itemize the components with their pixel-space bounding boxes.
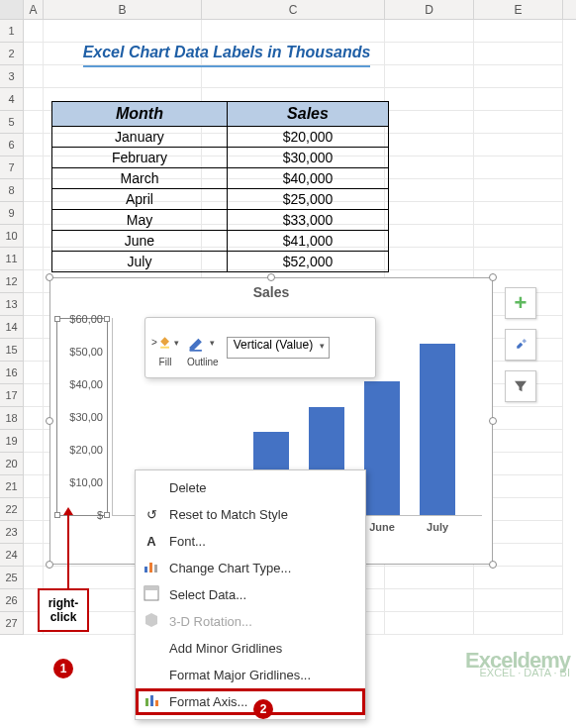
row-header[interactable]: 14 <box>0 316 24 339</box>
yaxis-tick: $30,00 <box>69 411 103 423</box>
chart-side-buttons: + <box>505 287 536 412</box>
bar-june[interactable] <box>364 381 400 515</box>
column-headers: A B C D E <box>0 0 576 20</box>
row-header[interactable]: 25 <box>0 567 24 589</box>
row-header[interactable]: 8 <box>0 179 24 202</box>
row-header[interactable]: 22 <box>0 498 24 521</box>
select-all-cell[interactable] <box>0 0 24 19</box>
resize-handle[interactable] <box>267 273 275 281</box>
row-header[interactable]: 24 <box>0 544 24 567</box>
menu-3d-rotation: 3-D Rotation... <box>136 608 365 635</box>
step-badge-2: 2 <box>253 699 273 719</box>
chart-styles-button[interactable] <box>505 329 536 361</box>
outline-button[interactable]: Outline <box>187 329 219 367</box>
data-table: Month Sales January$20,000 February$30,0… <box>51 101 389 272</box>
row-header[interactable]: 9 <box>0 202 24 225</box>
chart-filter-button[interactable] <box>505 370 536 402</box>
col-header-a[interactable]: A <box>24 0 44 19</box>
resize-handle[interactable] <box>46 273 53 281</box>
row-header[interactable]: 13 <box>0 293 24 316</box>
table-row: March$40,000 <box>52 168 389 189</box>
col-header-e[interactable]: E <box>474 0 563 19</box>
menu-reset-style[interactable]: ↺ Reset to Match Style <box>136 501 365 528</box>
svg-rect-1 <box>190 350 202 352</box>
fill-button[interactable]: > Fill <box>151 329 179 367</box>
axis-handle[interactable] <box>54 316 60 322</box>
axis-handle[interactable] <box>104 316 110 322</box>
row-header[interactable]: 10 <box>0 225 24 248</box>
svg-rect-0 <box>160 346 169 348</box>
svg-rect-8 <box>150 695 153 706</box>
row-header[interactable]: 15 <box>0 339 24 362</box>
table-row: July$52,000 <box>52 252 389 272</box>
step-badge-1: 1 <box>53 659 73 678</box>
menu-add-minor-gridlines[interactable]: Add Minor Gridlines <box>136 635 365 662</box>
row-header[interactable]: 5 <box>0 111 24 134</box>
chart-elements-button[interactable]: + <box>505 287 536 319</box>
row-header[interactable]: 2 <box>0 43 24 65</box>
row-header[interactable]: 3 <box>0 65 24 88</box>
row-header[interactable]: 18 <box>0 407 24 430</box>
brush-icon <box>512 336 529 354</box>
table-row: January$20,000 <box>52 127 389 148</box>
vertical-value-axis[interactable]: $60,00 $50,00 $40,00 $30,00 $20,00 $10,0… <box>56 318 108 516</box>
chart-title[interactable]: Sales <box>50 278 492 300</box>
fill-label: Fill <box>151 357 179 367</box>
reset-icon: ↺ <box>142 507 161 522</box>
svg-rect-2 <box>144 567 147 572</box>
annotation-arrow <box>67 515 69 588</box>
xaxis-tick: July <box>414 521 461 533</box>
context-menu: Delete ↺ Reset to Match Style A Font... … <box>135 469 366 720</box>
resize-handle[interactable] <box>46 561 53 569</box>
mini-toolbar: > Fill Outline Vertical (Value) <box>144 317 376 378</box>
col-header-d[interactable]: D <box>385 0 474 19</box>
row-header[interactable]: 4 <box>0 88 24 111</box>
axis-selector-dropdown[interactable]: Vertical (Value) <box>227 337 330 359</box>
resize-handle[interactable] <box>46 417 53 425</box>
resize-handle[interactable] <box>489 273 497 281</box>
resize-handle[interactable] <box>489 417 497 425</box>
pen-icon <box>187 329 215 357</box>
row-header[interactable]: 11 <box>0 248 24 270</box>
callout-line2: click <box>50 610 77 624</box>
watermark-tag: EXCEL · DATA · BI <box>465 667 570 678</box>
row-header[interactable]: 12 <box>0 270 24 293</box>
table-row: April$25,000 <box>52 189 389 210</box>
menu-delete[interactable]: Delete <box>136 474 365 501</box>
yaxis-tick: $50,00 <box>69 346 103 358</box>
header-month[interactable]: Month <box>52 102 228 127</box>
resize-handle[interactable] <box>489 561 497 569</box>
col-header-c[interactable]: C <box>202 0 385 19</box>
outline-label: Outline <box>187 357 219 367</box>
axis-handle[interactable] <box>54 512 60 518</box>
select-data-icon <box>142 585 161 604</box>
menu-select-data[interactable]: Select Data... <box>136 581 365 608</box>
yaxis-tick: $10,00 <box>69 476 103 488</box>
table-row: June$41,000 <box>52 231 389 252</box>
page-title-wrap: Excel Chart Data Labels in Thousands <box>63 44 390 67</box>
row-header[interactable]: 26 <box>0 589 24 612</box>
menu-format-major-gridlines[interactable]: Format Major Gridlines... <box>136 662 365 688</box>
watermark: Exceldemy EXCEL · DATA · BI <box>465 655 570 678</box>
row-header[interactable]: 7 <box>0 156 24 179</box>
row-header[interactable]: 19 <box>0 430 24 453</box>
row-header[interactable]: 17 <box>0 384 24 407</box>
row-header[interactable]: 6 <box>0 134 24 156</box>
row-header[interactable]: 27 <box>0 612 24 635</box>
yaxis-tick: $60,00 <box>69 313 103 325</box>
yaxis-tick: $ <box>97 509 103 521</box>
row-header[interactable]: 1 <box>0 20 24 43</box>
axis-handle[interactable] <box>104 512 110 518</box>
row-header[interactable]: 21 <box>0 475 24 498</box>
row-header[interactable]: 20 <box>0 453 24 475</box>
row-header[interactable]: 23 <box>0 521 24 544</box>
bar-july[interactable] <box>420 344 455 515</box>
row-header[interactable]: 16 <box>0 362 24 384</box>
yaxis-tick: $20,00 <box>69 444 103 456</box>
axis-selector-value: Vertical (Value) <box>234 338 313 352</box>
menu-font[interactable]: A Font... <box>136 528 365 555</box>
menu-change-chart-type[interactable]: Change Chart Type... <box>136 555 365 581</box>
menu-format-axis[interactable]: Format Axis... <box>136 688 365 715</box>
header-sales[interactable]: Sales <box>227 102 388 127</box>
col-header-b[interactable]: B <box>44 0 202 19</box>
